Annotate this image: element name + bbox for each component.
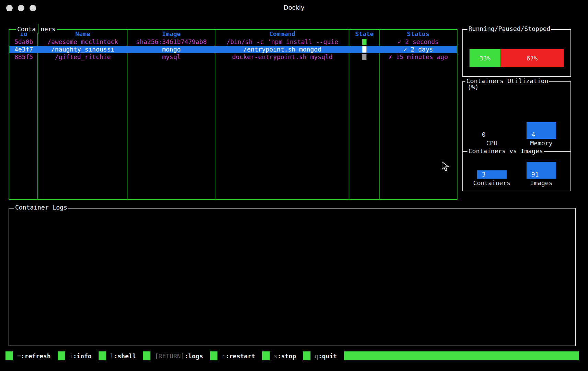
cell-status: ✓ 2 days bbox=[380, 46, 457, 53]
containers-vs-images-panel: Containers vs Images 3 Containers 91 Ima… bbox=[462, 151, 571, 191]
key-square-icon bbox=[262, 351, 270, 360]
cell-command: docker-entrypoint.sh mysqld bbox=[215, 53, 349, 61]
utilization-panel-title-unit: (%) bbox=[467, 83, 479, 91]
containers-utilization-panel: Containers Utilization (%) 0 CPU 4 Memor… bbox=[462, 81, 571, 151]
shortcut-key: l bbox=[110, 352, 114, 360]
cell-name: /naughty_sinoussi bbox=[38, 46, 127, 53]
shortcut-key: r bbox=[222, 352, 225, 360]
header-state: State bbox=[349, 30, 380, 38]
shortcut-stop[interactable]: s:stop bbox=[262, 351, 296, 360]
cpu-label: CPU bbox=[486, 139, 498, 147]
memory-bar-group: 4 Memory bbox=[519, 122, 564, 147]
cell-name: /gifted_ritchie bbox=[38, 53, 127, 61]
shortcut-key: i bbox=[69, 352, 73, 360]
cell-command: /bin/sh -c 'npm install --quie bbox=[215, 38, 349, 46]
title-bar: Dockly bbox=[0, 0, 588, 16]
shortcut-shell[interactable]: l:shell bbox=[99, 351, 136, 360]
shortcut-action: :quit bbox=[318, 352, 337, 360]
shortcut-key: = bbox=[17, 352, 21, 360]
key-square-icon bbox=[143, 351, 150, 360]
key-square-icon bbox=[58, 351, 65, 360]
toolbar-fill-bar bbox=[344, 351, 579, 360]
container-row-5da0b[interactable]: 5da0b /awesome_mcclintock sha256:3461b74… bbox=[9, 38, 457, 46]
shortcut-action: :shell bbox=[114, 352, 136, 360]
shortcut-action: :logs bbox=[184, 352, 203, 360]
vs-images-panel-title: Containers vs Images bbox=[467, 147, 544, 155]
containers-panel: Contaners Id Name Image Command State St… bbox=[9, 29, 457, 200]
shortcut-key: [RETURN] bbox=[155, 352, 184, 360]
running-segment: 33% bbox=[470, 49, 500, 67]
cell-image: sha256:3461b7479ab8 bbox=[127, 38, 215, 46]
cell-id: 885f5 bbox=[9, 53, 38, 61]
cell-state bbox=[349, 46, 380, 53]
cell-command: /entrypoint.sh mongod bbox=[215, 46, 349, 53]
containers-bar-group: 3 Containers bbox=[470, 162, 514, 187]
containers-title-left: Conta bbox=[17, 25, 36, 33]
container-row-885f5[interactable]: 885f5 /gifted_ritchie mysql docker-entry… bbox=[9, 53, 457, 61]
window-title: Dockly bbox=[0, 4, 588, 11]
images-count-bar: 91 bbox=[527, 162, 556, 179]
shortcut-quit[interactable]: q:quit bbox=[303, 351, 337, 360]
containers-panel-title: Contaners bbox=[16, 25, 57, 33]
shortcut-action: :restart bbox=[225, 352, 255, 360]
column-divider bbox=[127, 30, 127, 199]
cell-state bbox=[349, 53, 380, 61]
cell-id: 4e3f7 bbox=[9, 46, 38, 53]
shortcut-refresh[interactable]: =:refresh bbox=[5, 351, 51, 360]
key-square-icon bbox=[210, 351, 217, 360]
column-divider bbox=[215, 30, 215, 199]
cell-status: ✓ 2 seconds bbox=[380, 38, 457, 46]
state-indicator-running bbox=[362, 39, 366, 45]
header-status: Status bbox=[380, 30, 457, 38]
cpu-value: 0 bbox=[482, 131, 486, 138]
cell-id: 5da0b bbox=[9, 38, 38, 46]
table-header-row: Id Name Image Command State Status bbox=[9, 30, 457, 38]
containers-count-label: Containers bbox=[473, 179, 510, 187]
memory-label: Memory bbox=[530, 139, 552, 147]
shortcut-toolbar: =:refresh i:info l:shell [RETURN]:logs r… bbox=[5, 351, 583, 361]
container-logs-title: Container Logs bbox=[14, 204, 68, 211]
shortcut-info[interactable]: i:info bbox=[58, 351, 92, 360]
containers-count-value: 3 bbox=[482, 171, 486, 178]
shortcut-restart[interactable]: r:restart bbox=[210, 351, 255, 360]
mouse-cursor-icon bbox=[441, 161, 450, 172]
utilization-bars: 0 CPU 4 Memory bbox=[463, 122, 570, 147]
vs-images-bars: 3 Containers 91 Images bbox=[463, 162, 570, 187]
title-column-divider bbox=[36, 25, 41, 33]
images-count-label: Images bbox=[530, 179, 552, 187]
images-count-value: 91 bbox=[531, 171, 539, 178]
cpu-bar-group: 0 CPU bbox=[470, 122, 514, 147]
column-divider bbox=[37, 30, 38, 199]
running-stopped-stacked-bar: 33% 67% bbox=[470, 49, 564, 67]
cell-state bbox=[349, 38, 380, 46]
shortcut-action: :info bbox=[73, 352, 91, 360]
containers-count-bar: 3 bbox=[477, 170, 507, 179]
running-panel-title: Running/Paused/Stopped bbox=[467, 25, 551, 32]
running-paused-stopped-panel: Running/Paused/Stopped 33% 67% bbox=[462, 29, 571, 77]
cell-name: /awesome_mcclintock bbox=[38, 38, 127, 46]
shortcut-action: :refresh bbox=[21, 352, 51, 360]
column-divider bbox=[379, 30, 380, 199]
key-square-icon bbox=[5, 351, 13, 360]
stopped-segment: 67% bbox=[500, 49, 564, 67]
cpu-bar: 0 bbox=[477, 130, 507, 139]
container-logs-panel: Container Logs bbox=[9, 208, 576, 346]
column-divider bbox=[349, 30, 349, 199]
cell-status: ✗ 15 minutes ago bbox=[380, 53, 457, 61]
key-square-icon bbox=[99, 351, 106, 360]
images-bar-group: 91 Images bbox=[519, 162, 564, 187]
state-indicator-paused bbox=[362, 46, 366, 53]
header-command: Command bbox=[215, 30, 349, 38]
shortcut-logs[interactable]: [RETURN]:logs bbox=[143, 351, 203, 360]
container-row-4e3f7-selected[interactable]: 4e3f7 /naughty_sinoussi mongo /entrypoin… bbox=[9, 46, 457, 53]
shortcut-action: :stop bbox=[278, 352, 296, 360]
cell-image: mysql bbox=[127, 53, 215, 61]
cell-image: mongo bbox=[127, 46, 215, 53]
memory-value: 4 bbox=[531, 131, 535, 138]
shortcut-key: q bbox=[315, 352, 318, 360]
state-indicator-stopped bbox=[362, 54, 366, 60]
containers-title-right: ners bbox=[41, 25, 55, 33]
memory-bar: 4 bbox=[527, 122, 556, 139]
key-square-icon bbox=[303, 351, 310, 360]
header-image: Image bbox=[127, 30, 215, 38]
